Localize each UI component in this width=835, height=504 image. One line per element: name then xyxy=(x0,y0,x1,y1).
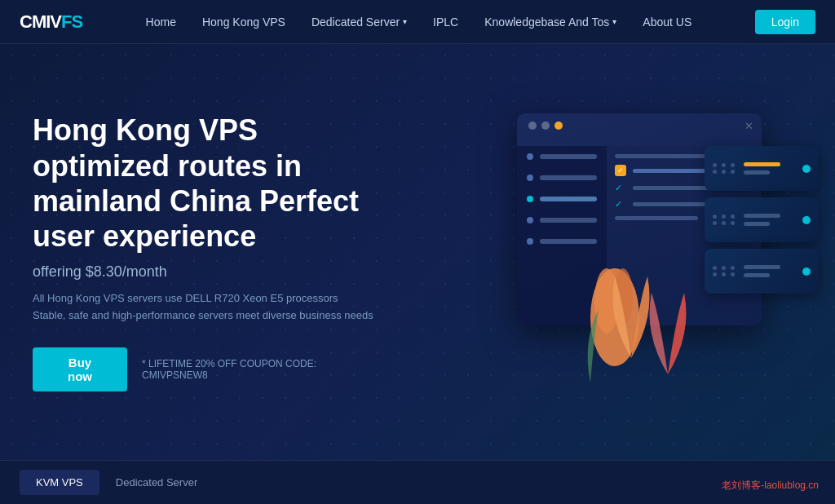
nav-item-about[interactable]: About US xyxy=(643,15,691,29)
nav-item-iplc[interactable]: IPLC xyxy=(433,15,458,29)
login-button[interactable]: Login xyxy=(755,10,815,34)
hero-desc: All Hong Kong VPS servers use DELL R720 … xyxy=(33,290,375,325)
close-icon: ✕ xyxy=(744,120,753,132)
nav-item-home[interactable]: Home xyxy=(146,15,176,29)
window-titlebar xyxy=(517,113,762,138)
logo: CMIVFS xyxy=(20,11,82,33)
nav-item-knowledgebase[interactable]: Knowledgebase And Tos ▾ xyxy=(484,15,616,29)
nav-links: Home Hong Kong VPS Dedicated Server ▾ IP… xyxy=(146,15,692,29)
tab-dedicated-server[interactable]: Dedicated Server xyxy=(99,470,214,495)
hero-content: Hong Kong VPS optimized routes in mainla… xyxy=(0,113,408,391)
server-card-3 xyxy=(705,249,819,294)
coupon-text: * LIFETIME 20% OFF COUPON CODE: CMIVPSNE… xyxy=(142,358,375,381)
hero-price: offering $8.30/month xyxy=(33,263,375,281)
card-indicator xyxy=(802,267,811,276)
nav-item-hkvps[interactable]: Hong Kong VPS xyxy=(202,15,285,29)
dot-3 xyxy=(554,122,563,130)
card-indicator xyxy=(802,165,811,173)
card-dots xyxy=(713,214,737,225)
card-line xyxy=(744,170,770,175)
footer-tabs: KVM VPS Dedicated Server 老刘博客-laoliublog… xyxy=(0,460,835,504)
buy-now-button[interactable]: Buy now xyxy=(33,347,127,391)
card-line xyxy=(744,273,770,277)
card-dots xyxy=(713,163,737,174)
server-card-1 xyxy=(705,146,819,191)
card-line xyxy=(744,265,780,269)
hero-title: Hong Kong VPS optimized routes in mainla… xyxy=(33,113,375,254)
server-cards xyxy=(705,146,819,294)
card-line xyxy=(744,222,770,226)
navbar: CMIVFS Home Hong Kong VPS Dedicated Serv… xyxy=(0,0,835,44)
footer-watermark: 老刘博客-laoliublog.cn xyxy=(722,479,819,493)
hand-plant-illustration xyxy=(541,154,705,399)
logo-text: CMIVFS xyxy=(20,11,82,33)
card-line xyxy=(744,214,780,218)
server-card-2 xyxy=(705,197,819,242)
card-indicator xyxy=(802,216,811,224)
tab-kvm-vps[interactable]: KVM VPS xyxy=(20,470,99,495)
card-dots xyxy=(713,266,737,276)
hero-illustration: ✕ xyxy=(476,97,819,407)
dot-1 xyxy=(528,122,537,130)
hero-section: Hong Kong VPS optimized routes in mainla… xyxy=(0,44,835,460)
dropdown-arrow-kb: ▾ xyxy=(612,17,616,26)
nav-item-dedicated[interactable]: Dedicated Server ▾ xyxy=(311,15,407,29)
hero-actions: Buy now * LIFETIME 20% OFF COUPON CODE: … xyxy=(33,347,375,391)
dropdown-arrow-dedicated: ▾ xyxy=(403,17,407,26)
dot-2 xyxy=(541,122,550,130)
card-line-accent xyxy=(744,162,780,166)
